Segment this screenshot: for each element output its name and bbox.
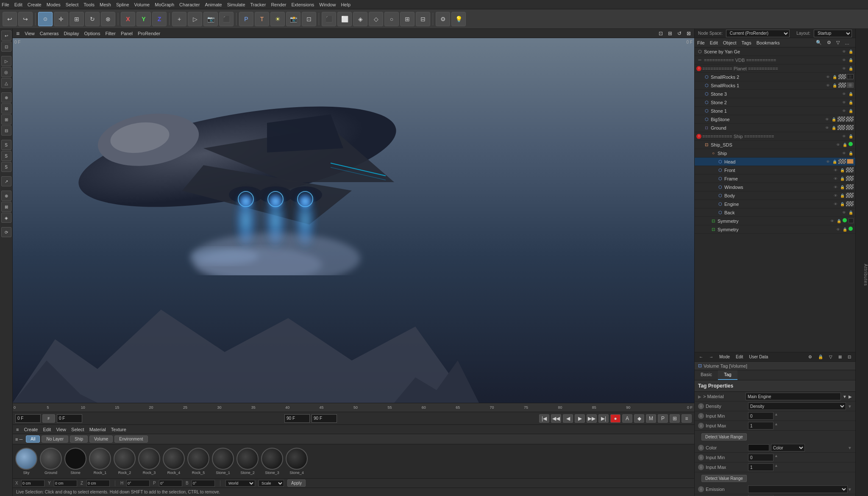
mat-tab-volume[interactable]: Volume (89, 435, 113, 443)
node-space-select[interactable]: Current (ProRender) Standard (726, 30, 790, 37)
left-tool-10[interactable]: S (1, 140, 11, 150)
density-select[interactable]: Density (748, 402, 846, 410)
mat-menu-create[interactable]: Create (24, 427, 38, 432)
y-input[interactable] (54, 480, 77, 487)
texture-btn[interactable]: T (255, 12, 269, 26)
vp-menu-options[interactable]: Options (84, 31, 100, 36)
record-btn[interactable]: ● (610, 414, 620, 423)
material-stone4[interactable]: Stone_4 (286, 448, 308, 475)
input-min-info-icon[interactable]: i (698, 413, 704, 419)
tree-item-stone2[interactable]: ⬡ Stone 2 👁 🔒 (695, 98, 855, 107)
color-min-info[interactable]: i (698, 454, 704, 460)
rp-settings-icon[interactable]: ⚙ (827, 40, 831, 45)
tree-item-frame[interactable]: ⬡ Frame 👁 🔒 (695, 175, 855, 183)
rp-tab-bookmarks[interactable]: Bookmarks (757, 40, 780, 45)
mat-menu-icon[interactable]: ≡ (16, 427, 19, 432)
vis-icon[interactable]: 👁 (841, 49, 847, 55)
mat-menu-texture[interactable]: Texture (111, 427, 126, 432)
left-tool-2[interactable]: ⊡ (1, 42, 11, 52)
menu-edit[interactable]: Edit (14, 2, 22, 7)
prop-forward-btn[interactable]: → (707, 354, 715, 360)
frame-type-btn[interactable]: F (42, 414, 55, 423)
left-tool-4[interactable]: ◎ (1, 67, 11, 77)
move-tool-btn[interactable]: ✛ (54, 12, 68, 26)
left-tool-14[interactable]: ⊕ (1, 191, 11, 201)
menu-extensions[interactable]: Extensions (291, 2, 314, 7)
tree-item-ship-sds[interactable]: ⊡ Ship_SDS 👁 🔒 (695, 141, 855, 149)
material-rock1[interactable]: Rock_1 (89, 448, 111, 475)
left-tool-5[interactable]: △ (1, 78, 11, 88)
material-stone2[interactable]: Stone_2 (236, 448, 259, 475)
left-tool-3[interactable]: ▷ (1, 56, 11, 66)
next-frame-btn[interactable]: ▶▶ (587, 414, 597, 423)
x-axis-btn[interactable]: X (121, 12, 135, 26)
preview-render-btn[interactable]: ⊞ (670, 414, 680, 423)
prev-key-btn[interactable]: ◀◀ (551, 414, 561, 423)
grid-btn[interactable]: ⊟ (416, 12, 430, 26)
menu-volume[interactable]: Volume (134, 2, 150, 7)
input-min-up[interactable]: ▲ (774, 412, 778, 420)
tree-item-symmetry2[interactable]: ⊡ Symmetry 👁 🔒 (695, 225, 855, 234)
left-tool-15[interactable]: ⊠ (1, 202, 11, 212)
vp-action-2[interactable]: ⊞ (668, 30, 672, 36)
material-input[interactable] (746, 393, 841, 400)
tree-item-vdb[interactable]: ─ =========== VDB =========== 👁 🔒 (695, 56, 855, 64)
material-stone1[interactable]: Stone_1 (212, 448, 234, 475)
prop-icon-5[interactable]: ⊡ (846, 354, 853, 360)
mat-filter-toggle[interactable]: ≡ ─ (15, 437, 22, 442)
tree-item-front[interactable]: ⬡ Front 👁 🔒 (695, 166, 855, 175)
h-input[interactable] (126, 480, 150, 487)
preview-end-input[interactable] (312, 414, 337, 423)
tree-item-ground[interactable]: □ Ground 👁 🔒 (695, 124, 855, 132)
layout-select[interactable]: Startup Standard (814, 30, 852, 37)
vp-action-1[interactable]: ⊡ (659, 30, 663, 36)
material-sky[interactable]: Sky (15, 448, 37, 475)
preview-start-input[interactable] (284, 414, 310, 423)
viewport[interactable]: 0 F 0 F (13, 38, 694, 403)
prop-icon-3[interactable]: ▽ (827, 354, 834, 360)
camera-btn[interactable]: 📸 (286, 12, 300, 26)
detect-range-btn-1[interactable]: Detect Value Range (701, 433, 747, 441)
light2-btn[interactable]: 💡 (451, 12, 466, 26)
mode-btn-1[interactable]: ⬛ (322, 12, 336, 26)
emission-info[interactable]: i (698, 486, 704, 492)
left-tool-9[interactable]: ⊟ (1, 125, 11, 136)
tree-item-ship[interactable]: ○ Ship 👁 🔒 (695, 149, 855, 158)
menu-simulate[interactable]: Simulate (227, 2, 245, 7)
power-btn[interactable]: P (658, 414, 668, 423)
vp-menu-filter[interactable]: Filter (105, 31, 115, 36)
left-tool-13[interactable]: ↗ (1, 176, 11, 186)
input-max-field[interactable] (748, 422, 773, 429)
vp-action-3[interactable]: ↺ (677, 30, 682, 36)
left-tool-8[interactable]: ⊞ (1, 114, 11, 125)
menu-window[interactable]: Window (319, 2, 336, 7)
input-max-up[interactable]: ▲ (774, 422, 778, 429)
mat-tab-nolayer[interactable]: No Layer (42, 435, 68, 443)
density-expand-icon[interactable]: ▼ (848, 404, 852, 409)
undo-btn[interactable]: ↩ (3, 12, 17, 26)
p-input[interactable] (159, 480, 182, 487)
start-frame-input[interactable] (57, 414, 82, 423)
color-max-info[interactable]: i (698, 464, 704, 470)
material-rock3[interactable]: Rock_3 (138, 448, 160, 475)
layer-btn[interactable]: ≡ (682, 414, 692, 423)
color-info-icon[interactable]: i (698, 445, 704, 451)
tree-item-planet[interactable]: ! =========== Planet =========== 👁 🔒 (695, 64, 855, 73)
color-expand[interactable]: ▼ (848, 446, 852, 450)
menu-mesh[interactable]: Mesh (100, 2, 111, 7)
world-space-select[interactable]: World Object (225, 480, 255, 487)
mode-btn-2[interactable]: ⬜ (337, 12, 352, 26)
vp-menu-icon[interactable]: ≡ (16, 30, 19, 37)
mat-menu-edit[interactable]: Edit (43, 427, 51, 432)
go-start-btn[interactable]: |◀ (539, 414, 549, 423)
current-frame-input[interactable] (15, 414, 41, 423)
color-input-max-field[interactable] (748, 463, 773, 471)
left-tool-12[interactable]: S (1, 162, 11, 172)
x-input[interactable] (21, 480, 45, 487)
play-btn[interactable]: ▷ (188, 12, 202, 26)
tree-item-stone3[interactable]: ⬡ Stone 3 👁 🔒 (695, 90, 855, 98)
transform-tool-btn[interactable]: ⊗ (101, 12, 115, 26)
light-btn[interactable]: ☀ (270, 12, 285, 26)
redo-btn[interactable]: ↪ (18, 12, 33, 26)
input-min-field[interactable] (748, 412, 773, 420)
